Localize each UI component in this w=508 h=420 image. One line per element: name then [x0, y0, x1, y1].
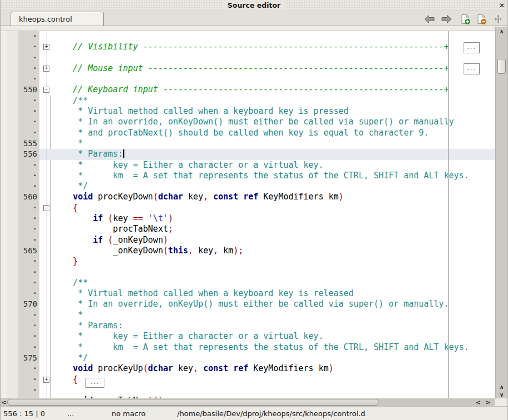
code-line[interactable]: · * and procTabNext() should be called w… — [2, 128, 495, 138]
line-number: · — [18, 117, 39, 127]
code-line[interactable]: · * In an override, onKeyDown() must eit… — [2, 117, 495, 127]
collapsed-fold-ellipsis[interactable]: ... — [464, 42, 480, 53]
fold-margin — [39, 149, 53, 159]
gutter-strip — [2, 138, 18, 149]
code-text: * In an override, onKeyUp() must either … — [53, 299, 495, 309]
code-text: * km = A set that represents the status … — [53, 171, 495, 181]
code-text: { — [53, 203, 495, 213]
code-line[interactable]: · — [2, 385, 495, 396]
gutter-strip — [2, 31, 18, 42]
fold-margin: - — [39, 203, 53, 213]
code-text: * In an override, onKeyDown() must eithe… — [53, 117, 495, 127]
fold-toggle[interactable]: + — [43, 66, 49, 72]
code-line[interactable]: 565 _onKeyDown(this, key, km); — [2, 246, 495, 256]
gutter-strip — [2, 74, 18, 84]
gutter-strip — [2, 310, 18, 321]
line-number: · — [18, 224, 39, 234]
code-line[interactable]: 556 * Params: — [2, 149, 495, 159]
title-bar: Source editor ✕ — [1, 0, 507, 11]
fold-margin — [39, 138, 53, 149]
fold-margin — [39, 256, 53, 267]
line-number: 560 — [18, 192, 39, 202]
line-number: · — [18, 63, 39, 74]
fold-toggle[interactable]: - — [43, 87, 49, 93]
code-line[interactable]: · /** — [2, 278, 495, 288]
tab-kheops-control[interactable]: kheops.control — [11, 12, 104, 26]
code-line[interactable]: 555 * — [2, 138, 495, 149]
scroll-right-icon[interactable]: > — [485, 398, 491, 406]
code-text: * Virtual method called when a keyboard … — [53, 288, 495, 299]
gutter-strip — [2, 363, 18, 374]
code-line[interactable]: · */ — [2, 181, 495, 192]
code-editor[interactable]: ··+ // Visibility ----------------------… — [2, 31, 495, 398]
code-text: // Mouse input -------------------------… — [53, 63, 495, 74]
back-icon[interactable] — [424, 14, 435, 24]
forward-icon[interactable] — [441, 14, 452, 24]
code-line[interactable]: · * — [2, 310, 495, 321]
code-line[interactable]: · if (_onKeyDown) — [2, 235, 495, 246]
fold-margin — [39, 321, 53, 331]
hscroll-thumb[interactable] — [7, 399, 379, 406]
fold-margin — [39, 288, 53, 299]
code-line[interactable]: · — [2, 74, 495, 84]
code-line[interactable]: 550- // Keyboard input -----------------… — [2, 84, 495, 95]
horizontal-scrollbar[interactable]: < < > — [1, 398, 495, 406]
editor-content: ··+ // Visibility ----------------------… — [1, 26, 507, 406]
fold-toggle[interactable]: + — [43, 377, 49, 383]
fold-margin — [39, 181, 53, 192]
vscroll-thumb[interactable] — [497, 59, 506, 74]
scroll-up-bottom-icon[interactable]: ∧ — [496, 383, 507, 391]
fold-margin — [39, 106, 53, 117]
code-line[interactable]: · } — [2, 256, 495, 267]
close-document-icon[interactable] — [476, 14, 487, 24]
code-line[interactable]: · — [2, 53, 495, 63]
fold-toggle[interactable]: + — [43, 44, 49, 50]
collapsed-fold-ellipsis[interactable]: ... — [464, 63, 480, 74]
scroll-left-icon[interactable]: < — [1, 398, 7, 406]
code-line[interactable]: ·+ // Visibility -----------------------… — [2, 42, 495, 52]
line-number: · — [18, 160, 39, 171]
code-line[interactable]: 560 void procKeyDown(dchar key, const re… — [2, 192, 495, 202]
fold-margin — [39, 117, 53, 127]
code-line[interactable]: ·+ // Mouse input ----------------------… — [2, 63, 495, 74]
fold-margin — [39, 171, 53, 181]
code-text: * Params: — [53, 321, 495, 331]
code-line[interactable]: · — [2, 31, 495, 42]
code-line[interactable]: 570 * In an override, onKeyUp() must eit… — [2, 299, 495, 309]
code-line[interactable]: · * key = Either a character or a virtua… — [2, 331, 495, 342]
fold-margin — [39, 192, 53, 202]
close-icon[interactable]: ✕ — [499, 1, 505, 11]
gutter-strip — [2, 181, 18, 192]
detach-icon[interactable] — [495, 14, 502, 24]
code-line[interactable]: · * km = A set that represents the statu… — [2, 171, 495, 181]
line-number: · — [18, 96, 39, 106]
code-text: */ — [53, 181, 495, 192]
code-line[interactable]: · * key = Either a character or a virtua… — [2, 160, 495, 171]
scroll-up-icon[interactable]: ∧ — [496, 27, 507, 36]
code-line[interactable]: · * Virtual method called when a keyboar… — [2, 288, 495, 299]
line-number: · — [18, 74, 39, 84]
code-line[interactable]: 575 */ — [2, 353, 495, 363]
code-line[interactable]: ·+ {... — [2, 374, 495, 385]
code-text: * key = Either a character or a virtual … — [53, 160, 495, 171]
scroll-down-icon[interactable]: ∨ — [496, 391, 507, 398]
fold-margin — [39, 235, 53, 246]
code-line[interactable]: · procTabNext; — [2, 224, 495, 234]
code-line[interactable]: · if (key == '\t') — [2, 213, 495, 224]
fold-toggle[interactable]: - — [43, 205, 49, 211]
vertical-scrollbar[interactable]: ∧ ∧ ∨ — [495, 27, 507, 398]
code-line[interactable]: ·- { — [2, 203, 495, 213]
gutter-strip — [2, 224, 18, 234]
code-line[interactable]: · * km = A set that represents the statu… — [2, 342, 495, 353]
scroll-left-end-icon[interactable]: < — [475, 398, 481, 406]
code-line[interactable]: · * Virtual method called when a keyboar… — [2, 106, 495, 117]
line-number: · — [18, 310, 39, 321]
gutter-strip — [2, 203, 18, 213]
code-line[interactable]: · — [2, 267, 495, 278]
code-line[interactable]: · * Params: — [2, 321, 495, 331]
new-document-icon[interactable] — [460, 14, 471, 24]
code-line[interactable]: · /** — [2, 96, 495, 106]
code-line[interactable]: · void procKeyUp(dchar key, const ref Ke… — [2, 363, 495, 374]
code-text: * Virtual method called when a keyboard … — [53, 106, 495, 117]
fold-margin — [39, 31, 53, 42]
